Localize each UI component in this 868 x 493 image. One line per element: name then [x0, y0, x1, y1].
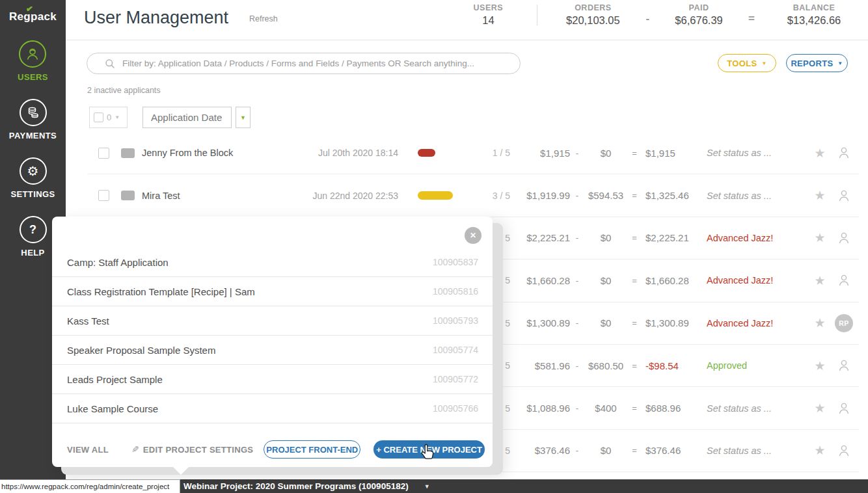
application-date: Jul 20th 2020 18:14 — [308, 148, 398, 158]
stat-label: USERS — [452, 3, 524, 12]
person-icon — [837, 146, 851, 160]
tools-button[interactable]: TOOLS ▼ — [718, 54, 776, 72]
assignee-cell[interactable] — [835, 356, 853, 375]
search-bar[interactable] — [87, 53, 521, 74]
user-name[interactable]: Jenny From the Block — [142, 148, 308, 158]
create-new-project-button[interactable]: + CREATE NEW PROJECT — [373, 440, 485, 459]
sidebar-item-label: PAYMENTS — [9, 131, 57, 140]
star-icon[interactable] — [813, 230, 827, 245]
reports-label: REPORTS — [791, 59, 833, 68]
table-row: Jenny From the Block Jul 20th 2020 18:14… — [88, 132, 859, 174]
equals-operator: = — [627, 403, 642, 413]
sidebar-item-help[interactable]: HELP — [20, 216, 47, 258]
minus-operator: - — [570, 361, 584, 371]
comment-icon[interactable] — [121, 191, 135, 200]
order-total: $581.96 — [518, 360, 570, 371]
project-name: Kass Test — [67, 315, 109, 326]
view-all-link[interactable]: VIEW ALL — [67, 445, 109, 455]
user-name[interactable]: Mira Test — [142, 191, 308, 201]
refresh-link[interactable]: Refresh — [249, 14, 278, 23]
sidebar-item-payments[interactable]: PAYMENTS — [9, 99, 57, 140]
sidebar-item-settings[interactable]: SETTINGS — [10, 157, 55, 199]
star-icon[interactable] — [813, 315, 827, 330]
sidebar-item-users[interactable]: USERS — [18, 40, 48, 82]
assignee-cell[interactable] — [835, 229, 853, 247]
project-item[interactable]: Speaker Proposal Sample System 100905774 — [52, 336, 493, 365]
star-icon[interactable] — [813, 188, 827, 203]
table-row: Mira Test Jun 22nd 2020 22:53 3 / 5 $1,9… — [88, 174, 859, 217]
balance-amount: $688.96 — [642, 403, 707, 414]
user-status[interactable]: Approved — [707, 360, 807, 371]
equals-operator: = — [627, 233, 642, 243]
assignee-cell[interactable] — [835, 442, 853, 460]
order-total: $376.46 — [518, 445, 570, 456]
sort-direction-button[interactable]: ▼ — [236, 107, 251, 128]
row-checkbox[interactable] — [98, 190, 109, 201]
star-icon[interactable] — [813, 443, 827, 458]
balance-amount: $2,225.21 — [642, 232, 707, 243]
star-icon[interactable] — [813, 273, 827, 288]
paid-amount: $680.50 — [584, 360, 627, 371]
chevron-down-icon: ▼ — [115, 114, 120, 120]
equals-operator: = — [627, 148, 642, 158]
sidebar-item-label: SETTINGS — [10, 189, 55, 199]
money-cell: $1,919.99 - $594.53 = $1,325.46 — [518, 190, 707, 201]
user-status[interactable]: Set status as ... — [707, 446, 807, 456]
balance-amount: $376.46 — [642, 445, 707, 456]
gear-icon — [20, 157, 47, 185]
assignee-cell[interactable] — [835, 399, 853, 418]
star-icon[interactable] — [813, 358, 827, 373]
stat-value: 14 — [452, 14, 524, 27]
select-all-checkbox[interactable] — [94, 113, 103, 122]
money-cell: $1,660.28 - $0 = $1,660.28 — [518, 275, 707, 286]
project-id: 100905816 — [433, 286, 478, 297]
project-item[interactable]: Luke Sample Course 100905766 — [52, 394, 493, 423]
bulk-select-dropdown[interactable]: 0 ▼ — [89, 107, 128, 128]
project-name: Speaker Proposal Sample System — [67, 345, 215, 356]
paid-amount: $0 — [584, 317, 627, 328]
search-input[interactable] — [122, 59, 511, 68]
project-item[interactable]: Kass Test 100905793 — [52, 306, 493, 336]
popup-footer: VIEW ALL EDIT PROJECT SETTINGS PROJECT F… — [67, 440, 485, 459]
project-list: Camp: Staff Application 100905837 Class … — [52, 248, 493, 423]
project-front-end-button[interactable]: PROJECT FRONT-END — [264, 440, 360, 459]
assignee-cell[interactable] — [835, 187, 853, 205]
paid-amount: $594.53 — [584, 190, 627, 201]
project-name: Leads Project Sample — [67, 374, 163, 385]
user-status[interactable]: Advanced Jazz! — [707, 233, 807, 243]
project-item[interactable]: Class Registration Template [Recipe] | S… — [52, 277, 493, 306]
user-icon — [19, 40, 46, 68]
assignee-cell[interactable]: RP — [835, 314, 853, 332]
row-checkbox[interactable] — [98, 148, 109, 159]
user-status[interactable]: Set status as ... — [707, 403, 807, 414]
money-cell: $1,088.96 - $400 = $688.96 — [518, 403, 707, 414]
user-status[interactable]: Advanced Jazz! — [707, 275, 807, 286]
user-status[interactable]: Set status as ... — [707, 148, 807, 158]
assignee-cell[interactable] — [835, 271, 853, 289]
user-status[interactable]: Advanced Jazz! — [707, 318, 807, 328]
project-id: 100905772 — [433, 374, 478, 384]
comment-icon[interactable] — [121, 148, 135, 158]
user-status[interactable]: Set status as ... — [707, 191, 807, 201]
sort-field-select[interactable]: Application Date — [142, 107, 232, 128]
application-date: Jun 22nd 2020 22:53 — [308, 191, 398, 201]
sidebar-item-label: USERS — [18, 72, 48, 82]
order-total: $1,088.96 — [518, 403, 570, 414]
assignee-cell[interactable] — [835, 144, 853, 162]
project-item[interactable]: Leads Project Sample 100905772 — [52, 365, 493, 394]
close-icon[interactable] — [465, 227, 481, 244]
reports-button[interactable]: REPORTS ▼ — [786, 54, 848, 72]
balance-amount: $1,325.46 — [642, 190, 707, 201]
balance-amount: -$98.54 — [642, 360, 707, 371]
star-icon[interactable] — [813, 401, 827, 416]
star-icon[interactable] — [813, 146, 827, 161]
project-id: 100905837 — [433, 257, 478, 267]
project-item[interactable]: Camp: Staff Application 100905837 — [52, 248, 493, 277]
chevron-down-icon[interactable]: ▼ — [424, 483, 430, 490]
person-icon — [837, 189, 851, 203]
current-project-selector[interactable]: Webinar Project: 2020 Summer Programs (1… — [183, 481, 409, 491]
equals-operator: = — [627, 318, 642, 328]
edit-project-settings-label: EDIT PROJECT SETTINGS — [143, 445, 254, 455]
edit-project-settings-link[interactable]: EDIT PROJECT SETTINGS — [131, 444, 253, 455]
project-selector-popup: Camp: Staff Application 100905837 Class … — [52, 217, 493, 467]
